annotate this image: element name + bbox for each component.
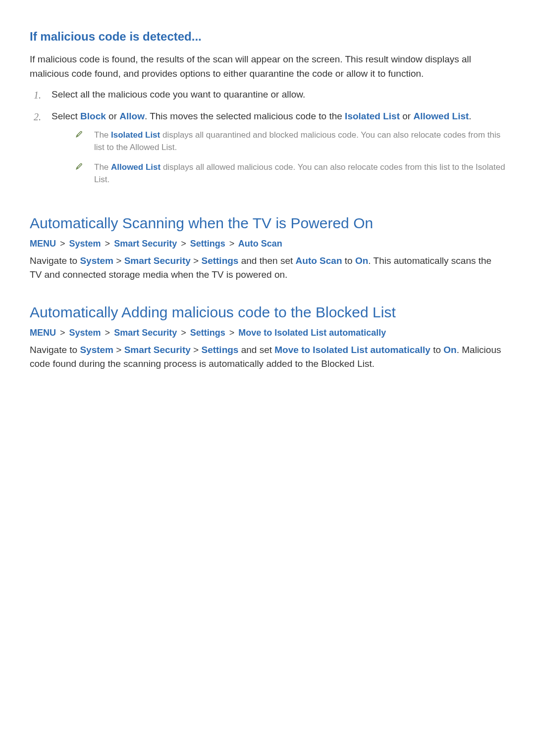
text-fragment: > (113, 345, 124, 355)
link-isolated-list[interactable]: Isolated List (111, 130, 160, 140)
link-allowed-list[interactable]: Allowed List (413, 111, 469, 121)
path-menu[interactable]: MENU (30, 239, 56, 249)
chevron-right-icon: > (181, 328, 186, 338)
chevron-right-icon: > (181, 239, 186, 249)
link-smart-security[interactable]: Smart Security (124, 255, 191, 266)
text-fragment: and then set (238, 255, 295, 266)
text-fragment: or (400, 111, 413, 121)
chevron-right-icon: > (105, 239, 110, 249)
chevron-right-icon: > (60, 328, 65, 338)
link-system[interactable]: System (80, 255, 113, 266)
path-smart-security[interactable]: Smart Security (114, 239, 177, 249)
text-fragment: The (94, 162, 111, 172)
document-page: If malicious code is detected... If mali… (0, 0, 535, 408)
chevron-right-icon: > (229, 239, 235, 249)
pencil-icon (75, 162, 87, 170)
path-settings[interactable]: Settings (190, 328, 225, 338)
text-fragment: > (113, 255, 124, 266)
text-fragment: . (469, 111, 471, 121)
chevron-right-icon: > (60, 239, 65, 249)
text-fragment: > (191, 345, 202, 355)
path-system[interactable]: System (69, 239, 101, 249)
link-auto-scan[interactable]: Auto Scan (296, 255, 342, 266)
text-fragment: The (94, 130, 111, 140)
section3-heading: Automatically Adding malicious code to t… (30, 304, 505, 321)
section3-body: Navigate to System > Smart Security > Se… (30, 343, 505, 371)
link-allowed-list[interactable]: Allowed List (111, 162, 160, 172)
step-2-number: 2. (30, 109, 52, 124)
section3-menu-path: MENU > System > Smart Security > Setting… (30, 328, 505, 338)
path-smart-security[interactable]: Smart Security (114, 328, 177, 338)
step-2-text: Select Block or Allow. This moves the se… (52, 109, 505, 193)
note-isolated-list: The Isolated List displays all quarantin… (75, 129, 505, 154)
step-1-text: Select all the malicious code you want t… (52, 88, 505, 102)
path-settings[interactable]: Settings (190, 239, 225, 249)
chevron-right-icon: > (105, 328, 110, 338)
text-fragment: > (191, 255, 202, 266)
step-1-number: 1. (30, 88, 52, 102)
section1-heading: If malicious code is detected... (30, 30, 505, 44)
note-text: The Allowed List displays all allowed ma… (94, 161, 505, 186)
path-system[interactable]: System (69, 328, 101, 338)
text-fragment: or (106, 111, 119, 121)
section2-heading: Automatically Scanning when the TV is Po… (30, 215, 505, 232)
text-fragment: Navigate to (30, 255, 80, 266)
link-on[interactable]: On (443, 345, 456, 355)
section1-intro: If malicious code is found, the results … (30, 52, 505, 81)
step-list: 1. Select all the malicious code you wan… (30, 88, 505, 193)
path-move-to-isolated[interactable]: Move to Isolated List automatically (238, 328, 386, 338)
note-text: The Isolated List displays all quarantin… (94, 129, 505, 154)
step-1: 1. Select all the malicious code you wan… (30, 88, 505, 102)
link-isolated-list[interactable]: Isolated List (345, 111, 400, 121)
chevron-right-icon: > (229, 328, 235, 338)
link-smart-security[interactable]: Smart Security (124, 345, 191, 355)
link-block[interactable]: Block (80, 111, 106, 121)
pencil-icon (75, 130, 87, 138)
link-settings[interactable]: Settings (201, 345, 238, 355)
link-move-to-isolated[interactable]: Move to Isolated List automatically (274, 345, 430, 355)
text-fragment: . This moves the selected malicious code… (145, 111, 345, 121)
section2-body: Navigate to System > Smart Security > Se… (30, 254, 505, 282)
section2-menu-path: MENU > System > Smart Security > Setting… (30, 239, 505, 249)
note-allowed-list: The Allowed List displays all allowed ma… (75, 161, 505, 186)
step-2: 2. Select Block or Allow. This moves the… (30, 109, 505, 193)
link-on[interactable]: On (355, 255, 368, 266)
path-menu[interactable]: MENU (30, 328, 56, 338)
step-2-notes: The Isolated List displays all quarantin… (75, 129, 505, 186)
text-fragment: Navigate to (30, 345, 80, 355)
path-auto-scan[interactable]: Auto Scan (238, 239, 282, 249)
text-fragment: and set (238, 345, 274, 355)
text-fragment: to (430, 345, 443, 355)
link-allow[interactable]: Allow (119, 111, 145, 121)
text-fragment: to (342, 255, 355, 266)
link-settings[interactable]: Settings (201, 255, 238, 266)
text-fragment: Select (52, 111, 80, 121)
link-system[interactable]: System (80, 345, 113, 355)
